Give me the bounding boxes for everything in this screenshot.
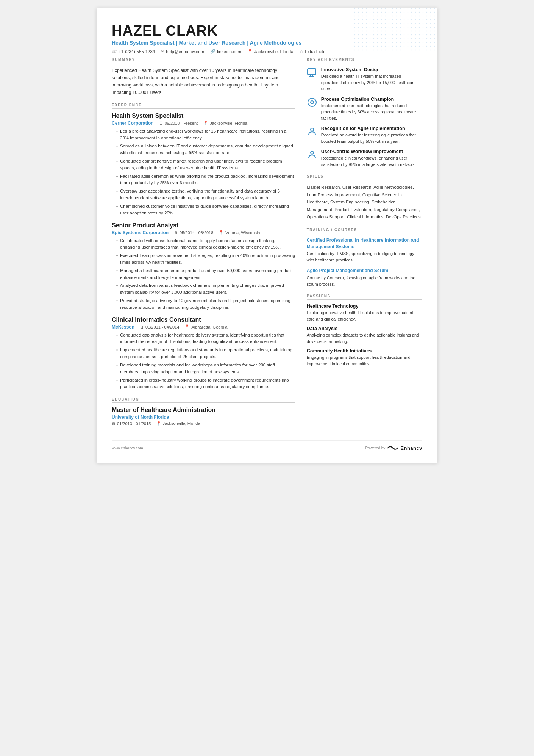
experience-title: EXPERIENCE	[112, 103, 295, 109]
candidate-name: HAZEL CLARK	[112, 23, 422, 39]
training-1-desc: Certification by HIMSS, specializing in …	[307, 250, 422, 263]
job-1-company: Cerner Corporation	[112, 121, 154, 126]
bullet: Developed training materials and led wor…	[116, 362, 295, 376]
edu-degree: Master of Healthcare Administration	[112, 407, 295, 413]
summary-title: SUMMARY	[112, 58, 295, 63]
svg-point-8	[311, 128, 314, 131]
footer: www.enhancv.com Powered by Enhancv	[112, 440, 422, 451]
svg-point-6	[308, 98, 316, 106]
bullet: Participated in cross-industry working g…	[116, 377, 295, 391]
passion-2-title: Data Analysis	[307, 326, 422, 331]
job-3-title: Clinical Informatics Consultant	[112, 316, 295, 323]
calendar-icon-3: 🗓	[140, 325, 144, 329]
achievement-4-desc: Redesigned clinical workflows, enhancing…	[321, 155, 422, 167]
job-3-dates: 🗓 01/2011 - 04/2014	[140, 325, 179, 329]
edu-meta: 🗓 01/2013 - 01/2015 📍 Jacksonville, Flor…	[112, 421, 295, 426]
achievement-3: Recognition for Agile Implementation Rec…	[307, 126, 422, 144]
enhancv-logo-icon	[387, 445, 398, 451]
contact-location: 📍 Jacksonville, Florida	[247, 49, 294, 54]
svg-point-9	[311, 151, 314, 154]
passion-3: Community Health Initiatives Engaging in…	[307, 348, 422, 367]
achievement-4-title: User-Centric Workflow Improvement	[321, 149, 422, 154]
training-section: TRAINING / COURSES Certified Professiona…	[307, 228, 422, 287]
calendar-icon-2: 🗓	[174, 230, 178, 235]
skills-title: SKILLS	[307, 174, 422, 180]
bullet: Championed customer voice initiatives to…	[116, 203, 295, 217]
left-column: SUMMARY Experienced Health System Specia…	[112, 58, 295, 433]
pin-icon-2: 📍	[219, 230, 224, 235]
bullet: Implemented healthcare regulations and s…	[116, 347, 295, 360]
job-1-title: Health System Specialist	[112, 113, 295, 119]
contact-info: ☏ +1-(234)-555-1234 ✉ help@enhancv.com 🔗…	[112, 49, 422, 54]
job-1-dates: 🗓 09/2018 - Present	[159, 121, 198, 125]
achievement-1-content: Innovative System Design Designed a heal…	[321, 67, 422, 92]
training-2-desc: Course by Coursera, focusing on agile fr…	[307, 275, 422, 287]
bullet: Conducted comprehensive market research …	[116, 158, 295, 172]
passions-section: PASSIONS Healthcare Technology Exploring…	[307, 294, 422, 367]
job-2-meta: Epic Systems Corporation 🗓 05/2014 - 08/…	[112, 230, 295, 235]
education-section: EDUCATION Master of Healthcare Administr…	[112, 397, 295, 426]
passion-2-desc: Analyzing complex datasets to derive act…	[307, 332, 422, 344]
main-content: SUMMARY Experienced Health System Specia…	[112, 58, 422, 433]
training-item-2: Agile Project Management and Scrum Cours…	[307, 268, 422, 287]
link-icon: 🔗	[210, 49, 215, 54]
job-2-location: 📍 Verona, Wisconsin	[219, 230, 260, 235]
achievement-icon-1	[307, 67, 317, 78]
right-column: KEY ACHIEVEMENTS Innovative System Desig…	[307, 58, 422, 433]
header-section: HAZEL CLARK Health System Specialist | M…	[112, 23, 422, 54]
job-3-location: 📍 Alpharetta, Georgia	[184, 324, 227, 329]
star-icon: ☆	[300, 49, 303, 54]
achievement-2-title: Process Optimization Champion	[321, 97, 422, 102]
achievement-3-desc: Received an award for fostering agile pr…	[321, 132, 422, 144]
bullet: Managed a healthcare enterprise product …	[116, 268, 295, 281]
bullet: Collaborated with cross-functional teams…	[116, 238, 295, 251]
contact-phone: ☏ +1-(234)-555-1234	[112, 49, 155, 54]
experience-section: EXPERIENCE Health System Specialist Cern…	[112, 103, 295, 390]
job-1-location: 📍 Jacksonville, Florida	[203, 121, 247, 125]
job-2: Senior Product Analyst Epic Systems Corp…	[112, 222, 295, 311]
achievement-1-desc: Designed a health IT system that increas…	[321, 73, 422, 92]
bullet: Facilitated agile ceremonies while prior…	[116, 173, 295, 187]
calendar-icon-1: 🗓	[159, 121, 163, 125]
bullet: Served as a liaison between IT and custo…	[116, 143, 295, 157]
passion-3-title: Community Health Initiatives	[307, 348, 422, 354]
passion-2: Data Analysis Analyzing complex datasets…	[307, 326, 422, 344]
edu-location: 📍 Jacksonville, Florida	[156, 421, 200, 426]
pin-icon-1: 📍	[203, 121, 208, 125]
achievement-2-desc: Implemented lean methodologies that redu…	[321, 103, 422, 122]
achievement-icon-3	[307, 126, 317, 137]
education-title: EDUCATION	[112, 397, 295, 403]
contact-email: ✉ help@enhancv.com	[161, 49, 204, 54]
achievements-title: KEY ACHIEVEMENTS	[307, 58, 422, 63]
skills-text: Market Research, User Research, Agile Me…	[307, 184, 422, 221]
achievement-4-content: User-Centric Workflow Improvement Redesi…	[321, 149, 422, 167]
job-1: Health System Specialist Cerner Corporat…	[112, 113, 295, 217]
job-3-bullets: Conducted gap analysis for healthcare de…	[112, 332, 295, 391]
contact-extra: ☆ Extra Field	[300, 49, 326, 54]
achievement-2: Process Optimization Champion Implemente…	[307, 97, 422, 122]
job-2-company: Epic Systems Corporation	[112, 230, 169, 235]
bullet: Analyzed data from various feedback chan…	[116, 282, 295, 296]
training-1-title: Certified Professional in Healthcare Inf…	[307, 237, 422, 250]
edu-dates: 🗓 01/2013 - 01/2015	[112, 421, 151, 426]
svg-point-7	[311, 101, 314, 104]
job-3-company: McKesson	[112, 324, 134, 330]
passion-1: Healthcare Technology Exploring innovati…	[307, 304, 422, 322]
training-2-title: Agile Project Management and Scrum	[307, 268, 422, 274]
achievement-1-title: Innovative System Design	[321, 67, 422, 72]
resume-page: HAZEL CLARK Health System Specialist | M…	[97, 8, 437, 463]
pin-icon-3: 📍	[184, 324, 190, 329]
training-title: TRAINING / COURSES	[307, 228, 422, 233]
location-icon: 📍	[247, 49, 253, 54]
contact-linkedin: 🔗 linkedin.com	[210, 49, 241, 54]
summary-section: SUMMARY Experienced Health System Specia…	[112, 58, 295, 96]
footer-url: www.enhancv.com	[112, 446, 143, 450]
job-1-meta: Cerner Corporation 🗓 09/2018 - Present 📍…	[112, 121, 295, 126]
edu-item-1: Master of Healthcare Administration Univ…	[112, 407, 295, 426]
job-2-title: Senior Product Analyst	[112, 222, 295, 229]
job-3: Clinical Informatics Consultant McKesson…	[112, 316, 295, 391]
achievement-3-title: Recognition for Agile Implementation	[321, 126, 422, 131]
achievement-1: Innovative System Design Designed a heal…	[307, 67, 422, 92]
calendar-icon-edu: 🗓	[112, 421, 116, 426]
brand-name: Enhancv	[400, 445, 422, 451]
